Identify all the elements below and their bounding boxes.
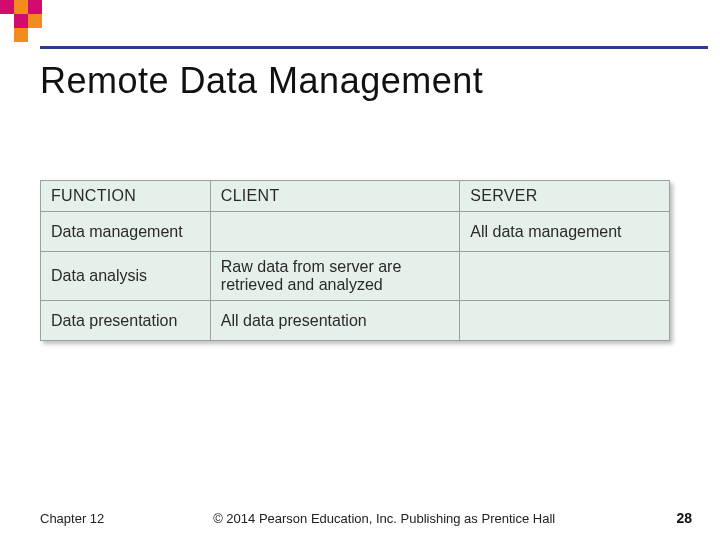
- cell-client: [210, 212, 460, 252]
- corner-decor: [0, 0, 90, 46]
- slide-title: Remote Data Management: [40, 60, 483, 102]
- svg-rect-3: [14, 14, 28, 28]
- cell-server: [460, 301, 670, 341]
- slide-footer: Chapter 12 © 2014 Pearson Education, Inc…: [0, 510, 720, 526]
- chapter-label: Chapter 12: [40, 511, 104, 526]
- table-header-row: FUNCTION CLIENT SERVER: [41, 181, 670, 212]
- copyright-text: © 2014 Pearson Education, Inc. Publishin…: [104, 511, 664, 526]
- cell-function: Data presentation: [41, 301, 211, 341]
- cell-client: All data presentation: [210, 301, 460, 341]
- table-row: Data management All data management: [41, 212, 670, 252]
- svg-rect-2: [28, 0, 42, 14]
- col-header-function: FUNCTION: [41, 181, 211, 212]
- col-header-server: SERVER: [460, 181, 670, 212]
- svg-rect-1: [14, 0, 28, 14]
- cell-server: [460, 252, 670, 301]
- cell-client: Raw data from server are retrieved and a…: [210, 252, 460, 301]
- table-row: Data presentation All data presentation: [41, 301, 670, 341]
- svg-rect-4: [28, 14, 42, 28]
- cell-function: Data analysis: [41, 252, 211, 301]
- page-number: 28: [664, 510, 692, 526]
- title-divider: [40, 46, 708, 49]
- cell-server: All data management: [460, 212, 670, 252]
- cell-function: Data management: [41, 212, 211, 252]
- svg-rect-0: [0, 0, 14, 14]
- table-row: Data analysis Raw data from server are r…: [41, 252, 670, 301]
- svg-rect-5: [14, 28, 28, 42]
- function-table: FUNCTION CLIENT SERVER Data management A…: [40, 180, 670, 341]
- col-header-client: CLIENT: [210, 181, 460, 212]
